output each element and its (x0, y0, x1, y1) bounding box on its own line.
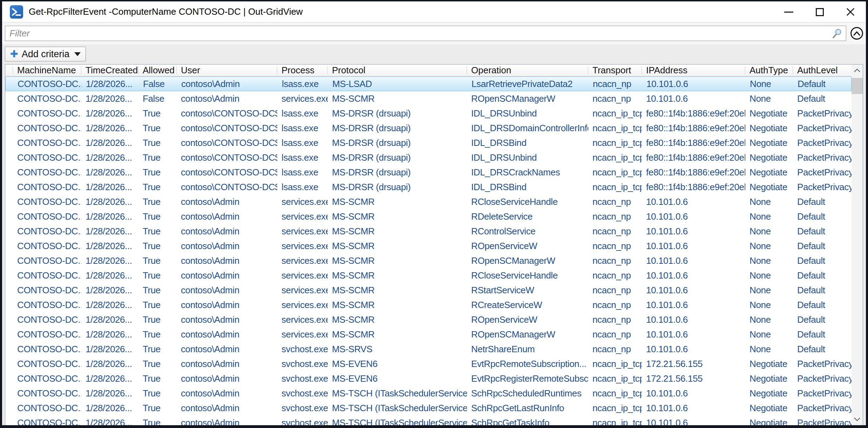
column-header-protocol[interactable]: Protocol (328, 65, 467, 76)
cell-transport: ncacn_np (588, 314, 642, 325)
cell-authLevel: PacketPrivacy (793, 373, 852, 384)
column-header-operation[interactable]: Operation (467, 65, 588, 76)
collapse-query-button[interactable] (850, 27, 863, 40)
column-header-authType[interactable]: AuthType (745, 65, 793, 76)
cell-process: services.exe (277, 329, 328, 340)
cell-protocol: MS-SCMR (328, 241, 467, 252)
column-header-machineName[interactable]: MachineName (13, 65, 81, 76)
column-header-user[interactable]: User (177, 65, 277, 76)
column-header-allowed[interactable]: Allowed (138, 65, 177, 76)
table-row[interactable]: CONTOSO-DC....1/28/2026...Truecontoso\CO… (5, 106, 852, 121)
cell-transport: ncacn_ip_tcp (588, 182, 642, 193)
cell-authType: Negotiate (745, 359, 793, 369)
column-header-ipAddress[interactable]: IPAddress (642, 65, 745, 76)
cell-authType: None (746, 79, 793, 89)
cell-transport: ncacn_np (588, 241, 642, 252)
filter-input[interactable] (5, 26, 846, 41)
cell-authType: None (745, 93, 793, 104)
cell-operation: IDL_DRSBind (467, 138, 588, 148)
table-row[interactable]: CONTOSO-DC....1/28/2026...Truecontoso\Ad… (5, 386, 852, 401)
table-row[interactable]: CONTOSO-DC....1/28/2026...Falsecontoso\A… (5, 91, 852, 106)
cell-ipAddress: fe80::1f4b:1886:e9ef:20eb (642, 138, 745, 148)
cell-ipAddress: 10.101.0.6 (642, 79, 746, 89)
cell-protocol: MS-TSCH (ITaskSchedulerService) (328, 388, 467, 399)
minimize-button[interactable] (773, 1, 804, 22)
scroll-up-button[interactable] (852, 65, 863, 76)
cell-ipAddress: 10.101.0.6 (642, 417, 745, 426)
cell-operation: RControlService (467, 226, 588, 237)
table-row[interactable]: CONTOSO-DC....1/28/2026...Truecontoso\CO… (5, 135, 852, 150)
cell-authLevel: PacketPrivacy (793, 138, 852, 148)
table-row[interactable]: CONTOSO-DC....1/28/2026...Truecontoso\Ad… (5, 297, 852, 312)
cell-user: contoso\Admin (177, 373, 277, 384)
scrollbar-thumb[interactable] (852, 78, 863, 94)
cell-authLevel: Default (793, 211, 852, 222)
cell-authType: None (745, 270, 793, 281)
close-button[interactable] (835, 1, 866, 22)
cell-allowed: True (138, 344, 177, 355)
cell-process: services.exe (277, 211, 328, 222)
table-row[interactable]: CONTOSO-DC....1/28/2026...Truecontoso\Ad… (5, 194, 852, 209)
table-row[interactable]: CONTOSO-DC....1/28/2026...Truecontoso\Ad… (5, 209, 852, 224)
table-row[interactable]: CONTOSO-DC....1/28/2026...Truecontoso\Ad… (5, 253, 852, 268)
cell-allowed: True (138, 138, 177, 148)
table-row[interactable]: CONTOSO-DC....1/28/2026...Truecontoso\Ad… (5, 224, 852, 239)
cell-machineName: CONTOSO-DC.... (13, 300, 81, 310)
cell-machineName: CONTOSO-DC.... (13, 403, 81, 414)
grid-header: MachineNameTimeCreatedAllowedUserProcess… (5, 65, 852, 76)
add-criteria-button[interactable]: ✚ Add criteria (5, 47, 86, 61)
column-header-process[interactable]: Process (277, 65, 328, 76)
column-header-transport[interactable]: Transport (588, 65, 642, 76)
cell-machineName: CONTOSO-DC.... (13, 182, 81, 193)
cell-timeCreated: 1/28/2026... (81, 93, 138, 104)
cell-protocol: MS-DRSR (drsuapi) (328, 167, 467, 178)
cell-ipAddress: 10.101.0.6 (642, 388, 745, 399)
cell-allowed: True (138, 123, 177, 134)
table-row[interactable]: CONTOSO-DC....1/28/2026...Truecontoso\Ad… (5, 327, 852, 342)
cell-machineName: CONTOSO-DC.... (13, 93, 81, 104)
table-row[interactable]: CONTOSO-DC....1/28/2026...Truecontoso\CO… (5, 180, 852, 194)
table-row[interactable]: CONTOSO-DC....1/28/2026...Truecontoso\Ad… (5, 371, 852, 386)
add-criteria-label: Add criteria (22, 49, 70, 60)
maximize-button[interactable] (804, 1, 835, 22)
cell-machineName: CONTOSO-DC.... (13, 79, 82, 89)
table-row[interactable]: CONTOSO-DC....1/28/2026...Truecontoso\CO… (5, 150, 852, 165)
vertical-scrollbar[interactable] (852, 65, 863, 425)
table-row[interactable]: CONTOSO-DC....1/28/2026...Truecontoso\Ad… (5, 415, 852, 425)
table-row[interactable]: CONTOSO-DC....1/28/2026...Truecontoso\CO… (5, 165, 852, 180)
cell-timeCreated: 1/28/2026... (81, 123, 138, 134)
cell-ipAddress: 10.101.0.6 (642, 93, 745, 104)
cell-operation: RCloseServiceHandle (467, 270, 588, 281)
table-row[interactable]: CONTOSO-DC....1/28/2026...Truecontoso\Ad… (5, 239, 852, 253)
cell-authType: Negotiate (745, 167, 793, 178)
cell-operation: SchRpcScheduledRuntimes (467, 388, 588, 399)
column-header-timeCreated[interactable]: TimeCreated (81, 65, 138, 76)
cell-operation: RCreateServiceW (467, 300, 588, 310)
table-row[interactable]: CONTOSO-DC....1/28/2026...Truecontoso\Ad… (5, 283, 852, 297)
table-row[interactable]: CONTOSO-DC....1/28/2026...Truecontoso\Ad… (5, 401, 852, 415)
cell-authLevel: PacketPrivacy (793, 167, 852, 178)
table-row[interactable]: CONTOSO-DC....1/28/2026...Truecontoso\CO… (5, 121, 852, 135)
table-row[interactable]: CONTOSO-DC....1/28/2026...Truecontoso\Ad… (5, 356, 852, 371)
cell-authLevel: PacketPrivacy (793, 182, 852, 193)
cell-process: lsass.exe (277, 138, 328, 148)
out-gridview-window: Get-RpcFilterEvent -ComputerName CONTOSO… (0, 0, 868, 428)
table-row[interactable]: CONTOSO-DC....1/28/2026...Truecontoso\Ad… (5, 312, 852, 327)
powershell-icon (10, 5, 23, 19)
column-header-authLevel[interactable]: AuthLevel (793, 65, 852, 76)
cell-transport: ncacn_np (588, 300, 642, 310)
table-row[interactable]: CONTOSO-DC....1/28/2026...Truecontoso\Ad… (5, 268, 852, 283)
table-row[interactable]: CONTOSO-DC....1/28/2026...Falsecontoso\A… (5, 76, 852, 91)
cell-timeCreated: 1/28/2026... (81, 359, 138, 369)
cell-timeCreated: 1/28/2026... (81, 152, 138, 163)
cell-machineName: CONTOSO-DC.... (13, 211, 81, 222)
cell-machineName: CONTOSO-DC.... (13, 373, 81, 384)
table-row[interactable]: CONTOSO-DC....1/28/2026...Truecontoso\Ad… (5, 342, 852, 356)
cell-authType: None (745, 344, 793, 355)
cell-ipAddress: 10.101.0.6 (642, 241, 745, 252)
plus-icon: ✚ (10, 49, 18, 59)
cell-protocol: MS-SCMR (328, 211, 467, 222)
cell-allowed: True (138, 359, 177, 369)
cell-allowed: True (138, 241, 177, 252)
scroll-down-button[interactable] (852, 413, 863, 425)
